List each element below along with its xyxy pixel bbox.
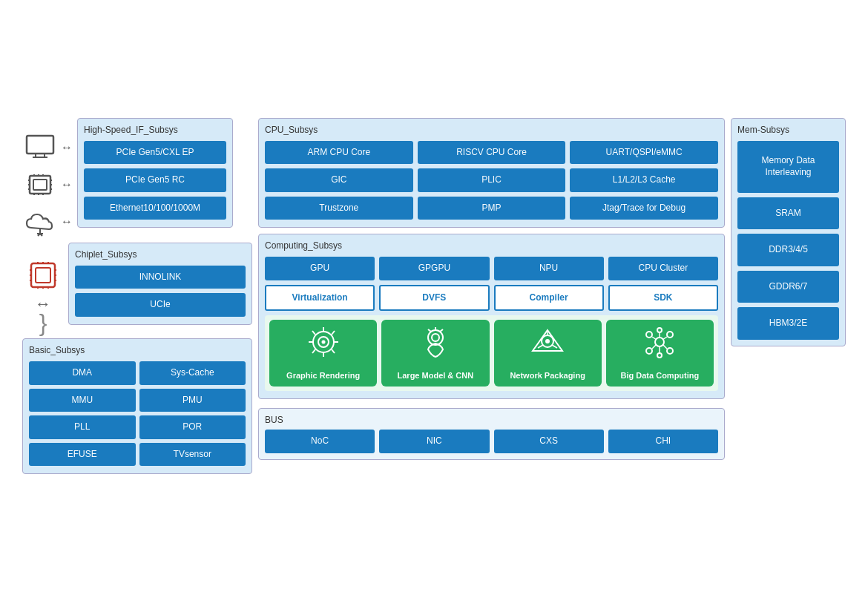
app-tile-graphic: Graphic Rendering xyxy=(269,320,377,387)
tile-hbm: HBM3/2E xyxy=(737,307,839,340)
svg-point-47 xyxy=(432,334,439,341)
tile-innolink: INNOLINK xyxy=(75,266,246,289)
svg-point-63 xyxy=(657,353,662,358)
svg-line-43 xyxy=(312,349,315,353)
svg-line-64 xyxy=(652,337,657,340)
tile-sram: SRAM xyxy=(737,197,839,230)
svg-rect-4 xyxy=(33,180,47,190)
svg-point-62 xyxy=(657,328,662,332)
tile-gpgpu: GPGPU xyxy=(379,257,489,280)
svg-rect-21 xyxy=(31,263,55,287)
svg-rect-22 xyxy=(36,268,50,283)
bus-label: BUS xyxy=(265,415,718,425)
app-tile-cnn: Large Model & CNN xyxy=(381,320,489,387)
highspeed-label: High-Speed_IF_Subsys xyxy=(84,125,226,135)
graphic-icon xyxy=(306,327,341,367)
device-icons: ↔ xyxy=(22,118,73,237)
tile-cpu-cluster: CPU Cluster xyxy=(608,257,718,280)
tile-tvsensor: TVsensor xyxy=(139,443,246,467)
tile-plic: PLIC xyxy=(418,168,566,192)
tile-pcie-rc: PCIe Gen5 RC xyxy=(84,168,226,192)
svg-line-45 xyxy=(312,331,315,335)
network-svg-icon xyxy=(530,327,565,358)
tile-ethernet: Ethernet10/100/1000M xyxy=(84,197,226,220)
chip-icon-row: ↔ xyxy=(22,170,73,200)
tile-gic: GIC xyxy=(265,168,413,192)
network-icon xyxy=(530,327,565,367)
svg-line-66 xyxy=(652,344,657,349)
tile-jtag: Jtag/Trace for Debug xyxy=(570,197,718,220)
monitor-icon xyxy=(22,133,58,162)
tile-cache: L1/L2/L3 Cache xyxy=(570,168,718,192)
chiplet-label: Chiplet_Subsys xyxy=(75,249,246,260)
svg-rect-0 xyxy=(27,136,53,154)
svg-point-59 xyxy=(667,332,673,338)
svg-point-61 xyxy=(667,348,673,354)
svg-point-58 xyxy=(646,332,652,338)
bigdata-icon xyxy=(642,327,677,367)
monitor-icon-row: ↔ xyxy=(22,133,73,162)
computing-subsys: Computing_Subsys GPU GPGPU NPU CPU Clust… xyxy=(258,234,725,399)
tile-compiler: Compiler xyxy=(494,285,604,312)
graphic-svg-icon xyxy=(306,327,341,358)
tile-chi: CHI xyxy=(608,430,718,453)
tile-por: POR xyxy=(139,415,246,439)
svg-point-37 xyxy=(321,341,325,344)
tile-dma: DMA xyxy=(29,361,136,385)
cnn-icon xyxy=(418,327,453,367)
basic-subsys: Basic_Subsys DMA Sys-Cache MMU PMU PLL P… xyxy=(22,338,252,474)
tile-pmp: PMP xyxy=(418,197,566,220)
app-label-bigdata: Big Data Computing xyxy=(621,370,700,381)
svg-line-41 xyxy=(332,349,335,353)
tile-ddr: DDR3/4/5 xyxy=(737,234,839,266)
mem-label: Mem-Subsys xyxy=(737,125,839,135)
tile-pcie-cxl: PCIe Gen5/CXL EP xyxy=(84,141,226,165)
arrow-chip: ↔ xyxy=(61,178,73,191)
svg-line-67 xyxy=(662,344,667,349)
app-label-graphic: Graphic Rendering xyxy=(286,370,360,381)
svg-point-60 xyxy=(646,348,652,354)
tile-trustzone: Trustzone xyxy=(265,197,413,220)
svg-line-49 xyxy=(440,329,443,332)
arrow-cloud: ↔ xyxy=(61,215,73,228)
cloud-icon xyxy=(22,207,58,237)
brace-chiplet: } xyxy=(39,314,47,333)
app-tile-network: Network Packaging xyxy=(494,320,602,387)
cpu-label: CPU_Subsys xyxy=(265,125,718,135)
chiplet-subsys: Chiplet_Subsys INNOLINK UCIe xyxy=(68,243,252,325)
tile-mem-interleaving: Memory Data Interleaving xyxy=(737,141,839,193)
app-tile-bigdata: Big Data Computing xyxy=(606,320,714,387)
bigdata-svg-icon xyxy=(642,327,677,358)
chip-icon xyxy=(22,170,58,200)
tile-npu: NPU xyxy=(494,257,604,280)
svg-point-53 xyxy=(545,339,550,343)
tile-pll: PLL xyxy=(29,415,136,439)
tile-nic: NIC xyxy=(379,430,489,453)
svg-line-56 xyxy=(538,345,543,348)
tile-arm-cpu: ARM CPU Core xyxy=(265,141,413,165)
tile-gpu: GPU xyxy=(265,257,375,280)
cpu-subsys: CPU_Subsys ARM CPU Core RISCV CPU Core U… xyxy=(258,118,725,228)
chiplet-icon-col: ↔ } xyxy=(22,243,64,333)
tile-cxs: CXS xyxy=(494,430,604,453)
tile-noc: NoC xyxy=(265,430,375,453)
cnn-svg-icon xyxy=(418,327,453,358)
highspeed-subsys: High-Speed_IF_Subsys PCIe Gen5/CXL EP PC… xyxy=(77,118,233,228)
app-label-network: Network Packaging xyxy=(510,370,585,381)
chiplet-chip-icon xyxy=(25,257,61,293)
mem-subsys-box: Mem-Subsys Memory Data Interleaving SRAM… xyxy=(731,118,846,346)
tile-gddr: GDDR6/7 xyxy=(737,271,839,303)
tile-ucie: UCIe xyxy=(75,293,246,317)
diagram-wrapper: ↔ xyxy=(15,111,853,482)
tile-mmu: MMU xyxy=(29,389,136,412)
tile-syscache: Sys-Cache xyxy=(139,361,246,385)
bus-subsys: BUS NoC NIC CXS CHI xyxy=(258,408,725,460)
tile-pmu: PMU xyxy=(139,389,246,412)
tile-virtualization: Virtualization xyxy=(265,285,375,312)
svg-line-39 xyxy=(332,331,335,335)
svg-line-50 xyxy=(428,329,431,332)
tile-efuse: EFUSE xyxy=(29,443,136,467)
tile-uart-qspi: UART/QSPI/eMMC xyxy=(570,141,718,165)
tile-sdk: SDK xyxy=(608,285,718,312)
tile-riscv-cpu: RISCV CPU Core xyxy=(418,141,566,165)
